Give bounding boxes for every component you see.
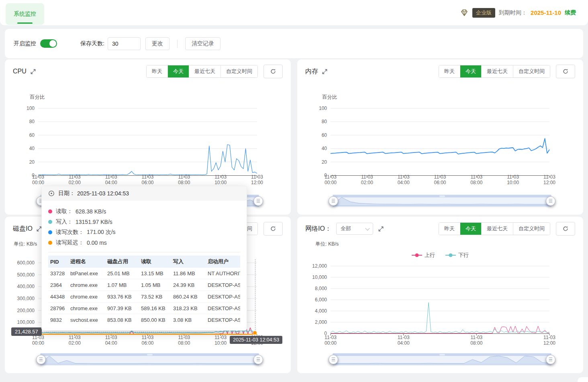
save-days-input[interactable] bbox=[108, 37, 141, 50]
svg-text:04:00: 04:00 bbox=[398, 340, 410, 346]
datazoom-left-handle[interactable] bbox=[36, 355, 46, 364]
chevron-down-icon bbox=[365, 226, 370, 230]
tab-active-underline bbox=[17, 22, 33, 24]
svg-text:10:00: 10:00 bbox=[214, 340, 227, 346]
memory-range-last7[interactable]: 最近七天 bbox=[481, 65, 513, 77]
network-chart-canvas[interactable]: 12,00010,0008,0006,0004,0002,000011-0300… bbox=[297, 217, 583, 373]
network-range-yesterday[interactable]: 昨天 bbox=[439, 223, 460, 235]
cpu-refresh-button[interactable] bbox=[263, 65, 283, 78]
change-button[interactable]: 更改 bbox=[145, 37, 169, 50]
upload-legend-label: 上行 bbox=[425, 252, 435, 259]
network-datazoom-slider[interactable] bbox=[333, 353, 551, 366]
memory-range-custom[interactable]: 自定义时间 bbox=[513, 65, 550, 77]
svg-text:12,000: 12,000 bbox=[312, 263, 327, 269]
datazoom-right-handle[interactable] bbox=[546, 355, 555, 364]
process-col-header: 写入 bbox=[171, 256, 206, 268]
interface-select-value: 全部 bbox=[341, 225, 351, 232]
svg-text:11-03: 11-03 bbox=[398, 335, 410, 340]
datazoom-right-handle[interactable] bbox=[253, 355, 263, 364]
tooltip-body: 读取：628.38 KB/s 写入：13151.97 KB/s 读写次数：171… bbox=[42, 201, 247, 330]
svg-text:12:00: 12:00 bbox=[543, 180, 555, 185]
memory-refresh-button[interactable] bbox=[556, 65, 575, 78]
network-range-today[interactable]: 今天 bbox=[460, 223, 481, 235]
memory-range-yesterday[interactable]: 昨天 bbox=[439, 65, 460, 77]
tooltip-date-label: 日期： bbox=[58, 190, 75, 197]
svg-text:60: 60 bbox=[29, 132, 35, 138]
iops-series-dot bbox=[48, 230, 52, 234]
svg-text:11-03: 11-03 bbox=[214, 174, 227, 180]
svg-text:400,000: 400,000 bbox=[17, 284, 35, 289]
datazoom-right-handle[interactable] bbox=[546, 196, 555, 206]
svg-text:06:00: 06:00 bbox=[141, 180, 153, 185]
memory-panel-header: 内存 昨天 今天 最近七天 自定义时间 bbox=[297, 64, 583, 79]
datazoom-right-handle[interactable] bbox=[253, 196, 263, 206]
datazoom-grip[interactable] bbox=[439, 195, 445, 197]
cpu-panel-header: CPU 昨天 今天 最近七天 自定义时间 bbox=[5, 64, 291, 79]
svg-text:11-03: 11-03 bbox=[543, 174, 555, 180]
cpu-range-today[interactable]: 今天 bbox=[167, 65, 189, 77]
svg-text:10:00: 10:00 bbox=[507, 180, 519, 185]
svg-text:11-03: 11-03 bbox=[470, 174, 482, 180]
network-refresh-button[interactable] bbox=[556, 222, 575, 236]
network-range-buttons: 昨天 今天 最近七天 自定义时间 bbox=[439, 222, 550, 235]
svg-text:20: 20 bbox=[322, 159, 327, 165]
crosshair-vertical bbox=[255, 259, 255, 334]
crosshair-point-marker bbox=[253, 331, 257, 335]
svg-text:11-03: 11-03 bbox=[105, 335, 117, 340]
svg-text:60: 60 bbox=[322, 132, 327, 138]
svg-text:06:00: 06:00 bbox=[141, 340, 153, 346]
tooltip-date-value: 2025-11-03 12:04:53 bbox=[77, 190, 129, 197]
datazoom-grip[interactable] bbox=[439, 354, 445, 356]
interface-select[interactable]: 全部 bbox=[336, 223, 373, 235]
toolbar-divider bbox=[177, 40, 178, 48]
svg-text:100: 100 bbox=[27, 106, 35, 111]
cpu-range-custom[interactable]: 自定义时间 bbox=[220, 65, 257, 77]
svg-text:20: 20 bbox=[29, 159, 35, 165]
memory-panel-title: 内存 bbox=[305, 67, 328, 76]
edition-badge: 企业版 bbox=[472, 8, 495, 18]
renew-link[interactable]: 续费 bbox=[565, 9, 576, 16]
memory-datazoom-slider[interactable] bbox=[333, 195, 551, 207]
monitor-toggle-label: 开启监控 bbox=[14, 40, 36, 47]
svg-text:11-03: 11-03 bbox=[142, 335, 154, 340]
svg-text:100,000: 100,000 bbox=[17, 319, 35, 325]
memory-range-today[interactable]: 今天 bbox=[460, 65, 481, 77]
svg-text:200,000: 200,000 bbox=[17, 308, 35, 313]
diamond-icon bbox=[460, 8, 469, 17]
memory-panel: 内存 昨天 今天 最近七天 自定义时间 bbox=[297, 59, 583, 215]
memory-chart-canvas[interactable]: 10080604020011-0300:0011-0302:0011-0304:… bbox=[297, 59, 583, 215]
svg-text:2,000: 2,000 bbox=[315, 319, 327, 325]
svg-text:10,000: 10,000 bbox=[312, 274, 327, 280]
monitor-toggle[interactable] bbox=[40, 39, 57, 48]
legend-item-upload[interactable]: 上行 bbox=[412, 252, 435, 259]
refresh-icon bbox=[562, 68, 569, 75]
svg-text:11-03: 11-03 bbox=[434, 174, 446, 180]
datazoom-left-handle[interactable] bbox=[329, 355, 338, 364]
network-range-custom[interactable]: 自定义时间 bbox=[513, 223, 550, 235]
cpu-range-yesterday[interactable]: 昨天 bbox=[147, 65, 167, 77]
datazoom-grip[interactable] bbox=[147, 354, 153, 356]
svg-text:08:00: 08:00 bbox=[470, 340, 482, 346]
write-series-dot bbox=[48, 220, 52, 224]
datazoom-left-handle[interactable] bbox=[329, 196, 338, 206]
svg-text:06:00: 06:00 bbox=[434, 180, 446, 185]
fullscreen-icon[interactable] bbox=[322, 69, 328, 75]
disk-datazoom-slider[interactable] bbox=[40, 353, 259, 366]
download-legend-marker bbox=[445, 255, 456, 256]
tooltip-header: 日期： 2025-11-03 12:04:53 bbox=[42, 186, 247, 201]
process-col-header: PID bbox=[48, 256, 68, 268]
svg-text:08:00: 08:00 bbox=[470, 180, 482, 185]
system-monitor-page: 系统监控 企业版 到期时间： 2025-11-10 续费 开启监控 保存天数: … bbox=[0, 0, 588, 382]
network-range-last7[interactable]: 最近七天 bbox=[481, 223, 513, 235]
cpu-range-last7[interactable]: 最近七天 bbox=[189, 65, 220, 77]
clear-records-button[interactable]: 清空记录 bbox=[185, 37, 220, 50]
expire-label: 到期时间： bbox=[499, 9, 527, 16]
disk-refresh-button[interactable] bbox=[263, 222, 283, 236]
tab-system-monitor[interactable]: 系统监控 bbox=[6, 3, 44, 25]
memory-title-text: 内存 bbox=[305, 67, 318, 76]
fullscreen-icon[interactable] bbox=[378, 226, 384, 232]
legend-item-download[interactable]: 下行 bbox=[445, 252, 469, 259]
fullscreen-icon[interactable] bbox=[30, 69, 36, 75]
disk-io-tooltip: 日期： 2025-11-03 12:04:53 读取：628.38 KB/s 写… bbox=[41, 186, 247, 331]
svg-text:04:00: 04:00 bbox=[398, 180, 410, 185]
